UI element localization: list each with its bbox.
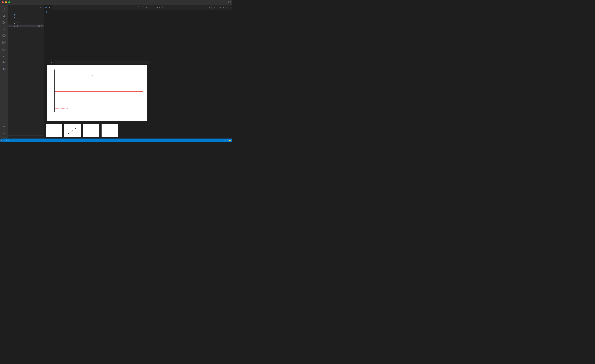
- run-file-icon[interactable]: [138, 6, 140, 9]
- terminal-panel: ⚠ ▢ ▥ ▤ ☰ ▷ ＋ ⌄ ▥ 🗑 ⤢ ✕: [150, 5, 232, 139]
- extensions-icon[interactable]: [0, 39, 8, 46]
- terminal-list-icon[interactable]: ☰: [162, 6, 163, 9]
- plot-thumbnails: [44, 123, 150, 139]
- svg-rect-7: [3, 35, 6, 36]
- open-icon[interactable]: ▢: [41, 25, 42, 27]
- terminal-split-icon[interactable]: ▥: [220, 6, 221, 9]
- plot-tab-close-icon[interactable]: ✕: [51, 61, 53, 63]
- help-section-header[interactable]: ⌄: [8, 132, 44, 135]
- status-problems[interactable]: ⊘ ⚠: [6, 139, 10, 141]
- window-close-mac[interactable]: [2, 1, 4, 3]
- tree-var-model[interactable]: ⌄⦿✕▢: [8, 25, 44, 27]
- r-file-icon: [46, 11, 47, 13]
- svg-point-21: [3, 126, 5, 127]
- layout-toggle-icon[interactable]: [228, 1, 231, 4]
- run-debug-icon[interactable]: [0, 26, 8, 33]
- plot-thumb-4[interactable]: [101, 124, 118, 137]
- svg-rect-17: [3, 62, 4, 62]
- svg-rect-11: [4, 41, 5, 42]
- plot-thumb-3[interactable]: [83, 124, 99, 137]
- search-icon[interactable]: [0, 13, 8, 19]
- svg-rect-12: [3, 43, 4, 44]
- liveshare-section-header[interactable]: ›: [8, 135, 44, 139]
- terminal-new-icon[interactable]: ＋: [213, 6, 215, 9]
- breadcrumb[interactable]: ›: [44, 10, 150, 14]
- r-file-icon: [45, 7, 47, 8]
- svg-point-5: [3, 23, 3, 24]
- svg-rect-0: [229, 1, 231, 3]
- terminal-close-icon[interactable]: ✕: [230, 6, 231, 9]
- split-editor-icon[interactable]: [142, 6, 144, 9]
- terminal-output[interactable]: [150, 10, 232, 139]
- activity-bar: R: [0, 5, 8, 139]
- plot-panel: ⫾⫾ ✕ ··· ○ ○: [44, 61, 150, 139]
- tree-var-n[interactable]: ◇: [8, 27, 44, 30]
- svg-point-2: [3, 15, 5, 17]
- svg-point-22: [3, 133, 5, 134]
- sidebar-more-icon[interactable]: ···: [40, 7, 42, 8]
- tree-var-dt[interactable]: ⌄[ ]: [8, 22, 44, 25]
- terminal-chevron-down-icon[interactable]: ⌄: [217, 6, 218, 9]
- tab-close-icon[interactable]: ✕: [49, 6, 50, 9]
- status-feedback-icon[interactable]: ☺: [225, 139, 227, 141]
- chart-icon: ⫾⫾: [46, 61, 48, 63]
- window-zoom-mac[interactable]: [8, 1, 10, 3]
- terminal-kernel-select[interactable]: ▷: [208, 6, 212, 9]
- svg-line-25: [67, 126, 78, 135]
- terminal-layout1-icon[interactable]: ▥: [156, 6, 158, 9]
- r-plot-canvas[interactable]: ○ ○ ○: [47, 65, 147, 121]
- sidebar: ··· ⌄ ›▦ ›⊞ ⌄≡ ⌄[ ] ⌄⦿✕▢ ◇ ⌄ ›: [8, 5, 44, 139]
- svg-line-3: [5, 16, 6, 17]
- terminal-layout2-icon[interactable]: ▤: [159, 6, 160, 9]
- window-minimize-mac[interactable]: [5, 1, 7, 3]
- explorer-icon[interactable]: [0, 6, 8, 13]
- plot-more-icon[interactable]: ···: [146, 61, 150, 63]
- settings-gear-icon[interactable]: [0, 131, 8, 137]
- terminal-maximize-icon[interactable]: ⤢: [226, 6, 228, 9]
- svg-point-6: [5, 22, 5, 23]
- editor-tabs: ✕ ···: [44, 5, 150, 10]
- tab-data-analysis[interactable]: ✕: [44, 5, 52, 10]
- github-icon[interactable]: [0, 46, 8, 52]
- close-icon[interactable]: ✕: [38, 25, 40, 27]
- live-share-icon[interactable]: [0, 52, 8, 59]
- remote-explorer-icon[interactable]: [0, 33, 8, 39]
- terminal-output-icon[interactable]: ▢: [154, 6, 155, 9]
- svg-text:R: R: [4, 69, 5, 70]
- status-bell-icon[interactable]: 🔔: [229, 139, 231, 141]
- svg-rect-10: [3, 41, 4, 42]
- tree-loaded-namespaces[interactable]: ›⊞: [8, 16, 44, 19]
- accounts-icon[interactable]: [0, 124, 8, 131]
- statusbar: ⟩⟨ ⊘ ⚠ ☺ 🔔: [0, 139, 232, 142]
- remote-indicator[interactable]: ⟩⟨: [0, 139, 3, 142]
- svg-rect-13: [4, 43, 5, 44]
- docker-icon[interactable]: [0, 59, 8, 66]
- r-extension-icon[interactable]: R: [0, 66, 8, 72]
- plot-tab[interactable]: ⫾⫾ ✕: [44, 61, 55, 63]
- plot-thumb-2[interactable]: [64, 124, 81, 137]
- code-editor[interactable]: [44, 14, 150, 61]
- editor-group: ✕ ··· › ⫾⫾ ✕: [44, 5, 150, 139]
- plot-thumb-1[interactable]: [46, 124, 62, 137]
- workspace-section-header[interactable]: ⌄: [8, 10, 44, 13]
- terminal-trash-icon[interactable]: 🗑: [223, 6, 225, 9]
- editor-more-icon[interactable]: ···: [146, 6, 148, 9]
- svg-point-4: [3, 21, 3, 22]
- tree-attached-namespaces[interactable]: ›▦: [8, 13, 44, 16]
- tree-global-env[interactable]: ⌄≡: [8, 19, 44, 22]
- terminal-warning-icon[interactable]: ⚠: [152, 6, 153, 9]
- titlebar: [0, 0, 232, 5]
- source-control-icon[interactable]: [0, 19, 8, 26]
